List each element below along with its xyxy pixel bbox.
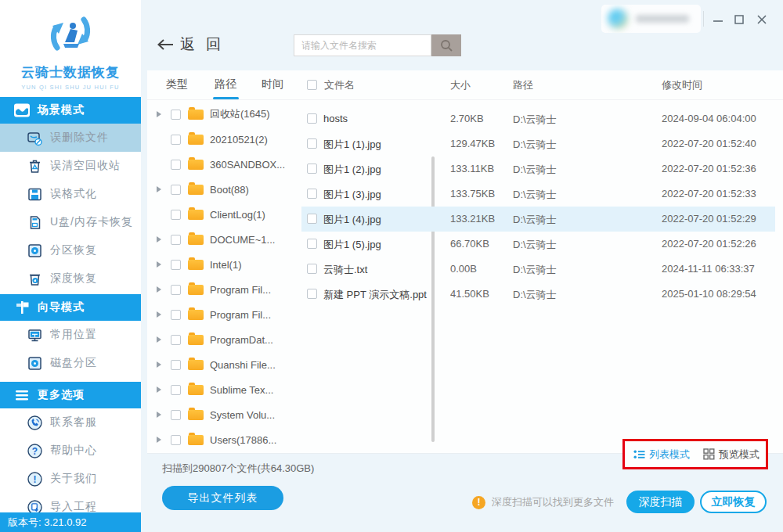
checkbox[interactable] [171,110,181,120]
file-row[interactable]: 图片1 (3).jpg133.75KBD:\云骑士2022-07-20 01:5… [301,182,775,207]
minimize-icon [713,14,723,25]
checkbox[interactable] [171,310,181,320]
export-file-list-button[interactable]: 导出文件列表 [162,486,283,510]
checkbox[interactable] [307,113,317,124]
expand-arrow-icon[interactable] [157,236,161,243]
file-row[interactable]: 图片1 (1).jpg129.47KBD:\云骑士2022-07-20 01:5… [301,131,775,156]
section-wizard-mode[interactable]: 向导模式 [0,294,141,321]
checkbox[interactable] [307,164,317,174]
expand-arrow-icon[interactable] [157,311,161,318]
checkbox[interactable] [307,138,317,149]
sidebar-item-formatted[interactable]: 误格式化 [0,180,141,208]
sidebar-item-common-locations[interactable]: 常用位置 [0,321,141,349]
file-size: 129.47KB [450,138,495,149]
sidebar-item-label: 误清空回收站 [50,159,121,173]
tree-item[interactable]: ProgramDat... [157,327,298,352]
expand-arrow-icon[interactable] [157,386,161,393]
checkbox[interactable] [307,264,317,274]
section-more-options[interactable]: 更多选项 [0,382,141,408]
expand-arrow-icon[interactable] [157,336,161,343]
tree-item-label: Program Fil... [210,284,271,296]
sidebar-item-partition-recovery[interactable]: 分区恢复 [0,236,141,264]
tree-item[interactable]: Boot(88) [157,177,298,202]
file-row[interactable]: 图片1 (4).jpg133.21KBD:\云骑士2022-07-20 01:5… [301,207,775,232]
tree-item-label: 20210521(2) [210,134,268,146]
checkbox[interactable] [171,410,181,420]
checkbox[interactable] [171,210,181,220]
tree-item[interactable]: Program Fil... [157,277,298,302]
expand-arrow-icon[interactable] [157,286,161,293]
column-header-name[interactable]: 文件名 [324,78,355,92]
close-button[interactable] [755,13,769,27]
checkbox[interactable] [307,289,317,299]
sidebar-item-contact-support[interactable]: 联系客服 [0,408,141,437]
sidebar-item-deleted-files[interactable]: 误删除文件 [0,124,141,152]
sidebar-item-emptied-recycle[interactable]: 误清空回收站 [0,152,141,180]
file-row[interactable]: 云骑士.txt0.00BD:\云骑士2024-11-11 06:33:37 [301,257,775,282]
search-input[interactable] [294,34,431,56]
expand-arrow-icon[interactable] [157,437,161,443]
svg-text:?: ? [32,446,38,457]
file-path: D:\云骑士 [513,138,557,152]
file-row[interactable]: 图片1 (5).jpg66.70KBD:\云骑士2022-07-20 01:52… [301,232,775,257]
section-scene-mode[interactable]: 场景模式 [0,97,141,124]
tab-type[interactable]: 类型 [166,77,188,92]
checkbox[interactable] [171,360,181,370]
select-all-checkbox[interactable] [307,80,317,90]
checkbox[interactable] [171,260,181,270]
tab-time[interactable]: 时间 [262,77,283,92]
sidebar-item-label: U盘/内存卡恢复 [50,215,133,229]
tree-item[interactable]: System Volu... [157,402,298,427]
checkbox[interactable] [307,239,317,249]
expand-arrow-icon[interactable] [157,186,161,192]
list-mode-button[interactable]: 列表模式 [633,448,690,462]
tree-item[interactable]: ClientLog(1) [157,202,298,227]
checkbox[interactable] [171,285,181,295]
checkbox[interactable] [171,385,181,395]
checkbox[interactable] [171,160,181,170]
sidebar-item-disk-partitions[interactable]: 磁盘分区 [0,349,141,377]
maximize-button[interactable] [732,13,746,27]
file-row[interactable]: hosts2.70KBD:\云骑士2024-09-04 06:04:00 [301,106,775,131]
checkbox[interactable] [171,185,181,195]
column-header-path[interactable]: 路径 [513,78,533,92]
file-row[interactable]: 新建 PPT 演示文稿.ppt41.50KBD:\云骑士2025-01-10 0… [301,282,775,307]
tree-item[interactable]: 360SANDBOX... [157,152,298,177]
checkbox[interactable] [307,214,317,224]
checkbox[interactable] [171,435,181,445]
sidebar-item-label: 误格式化 [50,187,97,201]
tree-item[interactable]: Intel(1) [157,252,298,277]
expand-arrow-icon[interactable] [157,111,161,117]
expand-arrow-icon[interactable] [157,412,161,418]
tree-item[interactable]: Program Fil... [157,302,298,327]
warning-icon: ! [472,496,485,509]
tree-item[interactable]: 20210521(2) [157,127,298,152]
tree-item[interactable]: DOCUME~1... [157,227,298,252]
tab-path[interactable]: 路径 [215,77,236,92]
minimize-button[interactable] [711,13,725,27]
sidebar-item-about-us[interactable]: ! 关于我们 [0,465,141,493]
list-mode-label: 列表模式 [649,448,690,462]
column-header-size[interactable]: 大小 [450,78,471,92]
expand-arrow-icon[interactable] [157,361,161,368]
tree-item[interactable]: Quanshi File... [157,352,298,377]
checkbox[interactable] [171,235,181,245]
floppy-disk-icon [27,186,43,203]
column-header-time[interactable]: 修改时间 [662,78,702,92]
tree-item[interactable]: 回收站(1645) [157,102,298,127]
deep-scan-button[interactable]: 深度扫描 [626,491,695,513]
sidebar-item-deep-recovery[interactable]: 深度恢复 [0,264,141,293]
back-button[interactable]: 返回 [157,34,232,55]
checkbox[interactable] [171,135,181,145]
preview-mode-button[interactable]: 预览模式 [703,448,760,462]
expand-arrow-icon[interactable] [157,261,161,268]
tree-item[interactable]: Users(17886... [157,427,298,452]
tree-item[interactable]: Sublime Tex... [157,377,298,402]
file-row[interactable]: 图片1 (2).jpg133.11KBD:\云骑士2022-07-20 01:5… [301,156,775,182]
sidebar-item-help-center[interactable]: ? 帮助中心 [0,437,141,465]
checkbox[interactable] [171,335,181,345]
checkbox[interactable] [307,189,317,199]
sidebar-item-usb-card-recovery[interactable]: U盘/内存卡恢复 [0,208,141,236]
search-button[interactable] [431,34,461,56]
recover-now-button[interactable]: 立即恢复 [700,491,767,513]
